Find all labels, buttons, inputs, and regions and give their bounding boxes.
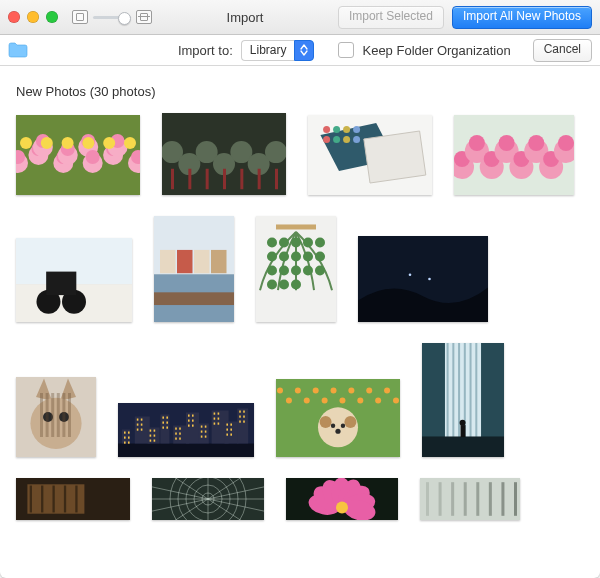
photo-thumbnail[interactable] xyxy=(16,478,130,523)
svg-marker-47 xyxy=(364,131,426,183)
svg-point-258 xyxy=(336,501,348,513)
svg-point-207 xyxy=(331,388,337,394)
import-to-label: Import to: xyxy=(178,43,233,58)
svg-point-104 xyxy=(303,266,313,276)
svg-rect-87 xyxy=(154,292,234,305)
svg-point-54 xyxy=(343,136,350,143)
svg-rect-140 xyxy=(141,424,143,426)
svg-point-112 xyxy=(428,278,431,281)
svg-rect-238 xyxy=(52,486,54,513)
photo-thumbnail[interactable] xyxy=(154,216,234,325)
svg-rect-176 xyxy=(201,436,203,438)
svg-rect-43 xyxy=(275,169,278,190)
photo-thumbnail[interactable] xyxy=(152,478,264,523)
svg-point-22 xyxy=(20,137,32,149)
svg-rect-166 xyxy=(192,415,194,417)
svg-rect-267 xyxy=(501,482,504,516)
photo-thumbnail[interactable] xyxy=(256,216,336,325)
slider-track[interactable] xyxy=(93,16,131,19)
svg-rect-184 xyxy=(218,423,220,425)
window-title: Import xyxy=(227,10,264,25)
options-bar: Import to: Library Keep Folder Organizat… xyxy=(0,35,600,66)
keep-folder-org-label: Keep Folder Organization xyxy=(362,43,510,58)
close-icon[interactable] xyxy=(8,11,20,23)
photo-thumbnail[interactable] xyxy=(422,343,504,460)
svg-rect-138 xyxy=(141,419,143,421)
svg-rect-124 xyxy=(62,393,65,437)
svg-rect-172 xyxy=(201,426,203,428)
svg-rect-39 xyxy=(206,169,209,190)
svg-rect-40 xyxy=(223,169,226,190)
svg-rect-121 xyxy=(46,393,49,437)
content-scroll-area[interactable]: New Photos (30 photos) xyxy=(0,66,600,578)
photo-thumbnail[interactable] xyxy=(420,478,520,523)
svg-rect-148 xyxy=(150,440,152,442)
svg-point-73 xyxy=(558,135,574,151)
zoom-icon[interactable] xyxy=(46,11,58,23)
photo-thumbnail[interactable] xyxy=(118,403,254,460)
photo-thumbnail[interactable] xyxy=(286,478,398,523)
thumbnail-size-slider[interactable] xyxy=(72,10,152,24)
svg-rect-180 xyxy=(218,413,220,415)
svg-rect-128 xyxy=(118,444,254,458)
svg-rect-151 xyxy=(162,417,164,419)
cancel-button[interactable]: Cancel xyxy=(533,39,592,62)
svg-rect-265 xyxy=(476,482,479,516)
svg-rect-186 xyxy=(226,424,228,426)
import-all-button[interactable]: Import All New Photos xyxy=(452,6,592,29)
svg-point-23 xyxy=(41,137,53,149)
svg-rect-164 xyxy=(186,413,199,444)
small-thumbnails-icon xyxy=(72,10,88,24)
svg-point-24 xyxy=(62,137,74,149)
svg-rect-231 xyxy=(461,425,466,437)
photo-thumbnail[interactable] xyxy=(358,236,488,325)
svg-rect-181 xyxy=(214,418,216,420)
svg-point-15 xyxy=(86,150,100,164)
svg-point-202 xyxy=(286,398,292,404)
slider-thumb[interactable] xyxy=(118,12,131,25)
svg-rect-135 xyxy=(128,442,130,444)
svg-point-102 xyxy=(279,266,289,276)
svg-point-105 xyxy=(315,266,325,276)
svg-point-213 xyxy=(384,388,390,394)
svg-point-203 xyxy=(295,388,301,394)
photo-thumbnail[interactable] xyxy=(16,377,96,460)
import-to-value: Library xyxy=(241,40,295,61)
svg-rect-84 xyxy=(177,250,193,273)
import-to-select[interactable]: Library xyxy=(241,40,315,61)
keep-folder-org-checkbox[interactable] xyxy=(338,42,354,58)
svg-rect-144 xyxy=(150,430,152,432)
svg-point-206 xyxy=(322,398,328,404)
photo-thumbnail[interactable] xyxy=(16,115,140,198)
svg-rect-154 xyxy=(166,422,168,424)
svg-rect-195 xyxy=(239,416,241,418)
svg-rect-158 xyxy=(175,428,177,430)
svg-rect-146 xyxy=(150,435,152,437)
photo-thumbnail[interactable] xyxy=(276,379,400,460)
svg-rect-177 xyxy=(205,436,207,438)
svg-point-94 xyxy=(303,238,313,248)
svg-point-48 xyxy=(323,126,330,133)
svg-point-216 xyxy=(320,416,332,428)
import-selected-button[interactable]: Import Selected xyxy=(338,6,444,29)
svg-point-93 xyxy=(291,238,301,248)
svg-rect-182 xyxy=(218,418,220,420)
svg-rect-161 xyxy=(179,433,181,435)
svg-point-61 xyxy=(469,135,485,151)
photo-thumbnail[interactable] xyxy=(308,115,432,198)
svg-rect-130 xyxy=(124,432,126,434)
svg-rect-188 xyxy=(226,429,228,431)
minimize-icon[interactable] xyxy=(27,11,39,23)
svg-point-91 xyxy=(267,238,277,248)
section-heading: New Photos (30 photos) xyxy=(16,84,584,99)
svg-point-211 xyxy=(366,388,372,394)
photo-thumbnail[interactable] xyxy=(454,115,574,198)
svg-rect-42 xyxy=(258,169,261,190)
svg-rect-266 xyxy=(489,482,492,516)
svg-rect-168 xyxy=(192,420,194,422)
svg-point-96 xyxy=(267,252,277,262)
svg-rect-120 xyxy=(40,393,43,437)
svg-point-106 xyxy=(267,280,277,290)
photo-thumbnail[interactable] xyxy=(162,113,286,198)
photo-thumbnail[interactable] xyxy=(16,238,132,325)
